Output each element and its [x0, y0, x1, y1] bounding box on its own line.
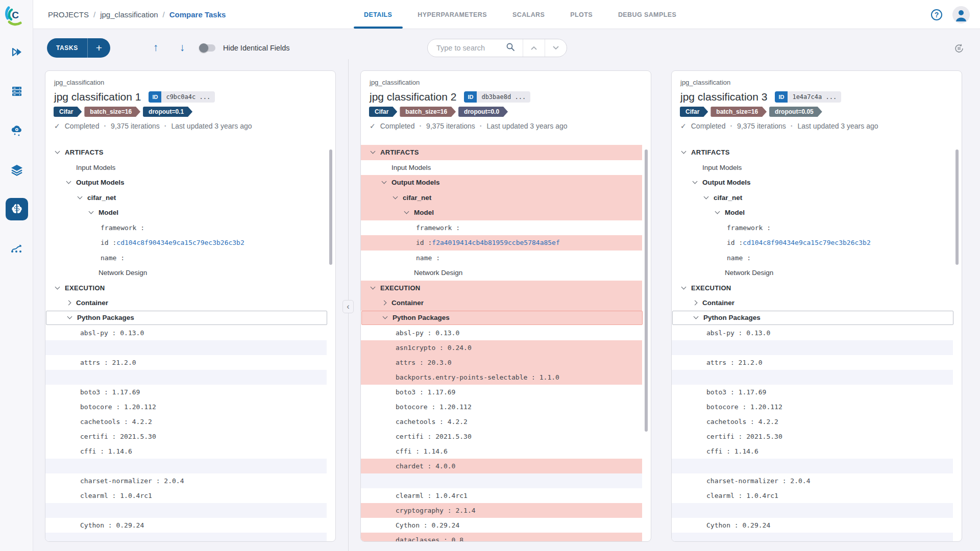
task-tag: dropout=0.0: [458, 107, 508, 117]
details-tree: ARTIFACTSInput ModelsOutput Modelscifar_…: [361, 145, 651, 325]
model-id-link[interactable]: cd104c8f90434e9ca15c79ec3b26c3b2: [743, 239, 870, 246]
next-diff-button[interactable]: ↓: [176, 41, 189, 55]
brain-icon: [10, 202, 24, 216]
tab-scalars[interactable]: SCALARS: [512, 11, 545, 18]
auto-refresh-button[interactable]: [953, 43, 965, 56]
sidebar-item-projects[interactable]: [6, 198, 28, 220]
tree-label: Input Models: [391, 164, 431, 171]
tree-row-output-models[interactable]: Output Models: [672, 175, 953, 190]
tree-row-output-models[interactable]: Output Models: [45, 175, 327, 190]
tree-row-output-models[interactable]: Output Models: [361, 175, 642, 190]
tab-hyperparameters[interactable]: HYPERPARAMETERS: [418, 11, 487, 18]
package-row: certifi : 2021.5.30: [672, 429, 953, 444]
dot-separator: ·: [419, 122, 422, 130]
scrollbar-thumb[interactable]: [329, 149, 332, 265]
id-badge-label: ID: [464, 91, 477, 103]
details-tree: ARTIFACTSInput ModelsOutput Modelscifar_…: [672, 145, 962, 325]
chevron-down-icon: [67, 182, 76, 183]
status-iterations: 9,375 iterations: [111, 122, 160, 130]
model-id-link[interactable]: f2a4019414cb4b81959ccbe5784a85ef: [432, 239, 559, 246]
task-project-label: jpg_classification: [370, 79, 651, 86]
tree-row-cifar_net[interactable]: cifar_net: [672, 190, 953, 206]
tree-row-model[interactable]: Model: [45, 205, 327, 220]
avatar[interactable]: [952, 6, 970, 23]
task-card: jpg_classificationjpg classification 2ID…: [360, 70, 651, 542]
python-packages-list: absl-py : 0.13.0attrs : 21.2.0boto3 : 1.…: [672, 325, 962, 542]
tree-row-execution[interactable]: EXECUTION: [45, 281, 327, 296]
package-row: clearml : 1.0.4rc1: [361, 488, 642, 503]
model-id-link[interactable]: cd104c8f90434e9ca15c79ec3b26c3b2: [116, 239, 244, 246]
breadcrumb-projects[interactable]: PROJECTS: [48, 10, 89, 19]
prev-diff-button[interactable]: ↑: [149, 41, 162, 55]
tab-debug-samples[interactable]: DEBUG SAMPLES: [618, 11, 676, 18]
tab-details[interactable]: DETAILS: [364, 11, 392, 18]
scrollbar-thumb[interactable]: [955, 149, 959, 265]
tree-row-artifacts[interactable]: ARTIFACTS: [45, 145, 327, 160]
breadcrumb-project[interactable]: jpg_classification: [100, 10, 158, 19]
tree-label: cifar_net: [403, 194, 431, 202]
tree-label: Model: [725, 209, 745, 216]
tree-label: Model: [99, 209, 118, 216]
sidebar-item-workers[interactable]: [6, 119, 28, 142]
tree-row-artifacts[interactable]: ARTIFACTS: [672, 145, 953, 160]
tree-row-python-packages[interactable]: Python Packages: [361, 311, 643, 325]
hide-identical-toggle[interactable]: [200, 44, 215, 52]
tree-field-id: id : cd104c8f90434e9ca15c79ec3b26c3b2: [45, 235, 327, 251]
tree-label: Network Design: [414, 269, 462, 277]
sidebar-item-datasets[interactable]: [6, 159, 28, 181]
tree-row-execution[interactable]: EXECUTION: [361, 281, 642, 296]
prev-match-button[interactable]: [523, 39, 545, 57]
tree-row-cifar_net[interactable]: cifar_net: [361, 190, 642, 206]
chevron-down-icon: [371, 152, 380, 153]
tree-row-container[interactable]: Container: [361, 295, 642, 311]
sidebar-item-queues[interactable]: [6, 80, 28, 103]
add-task-button[interactable]: +: [88, 38, 110, 58]
tab-plots[interactable]: PLOTS: [570, 11, 593, 18]
dot-separator: ·: [104, 122, 106, 130]
task-tag: batch_size=16: [400, 107, 456, 117]
tree-row-artifacts[interactable]: ARTIFACTS: [361, 145, 642, 160]
python-packages-list: absl-py : 0.13.0attrs : 21.2.0boto3 : 1.…: [45, 325, 335, 542]
help-icon[interactable]: ?: [931, 9, 942, 20]
task-id-badge[interactable]: IDc9bc0a4c ...: [149, 91, 215, 103]
panel-collapse-handle[interactable]: ‹: [342, 300, 354, 313]
next-match-button[interactable]: [545, 39, 567, 57]
tree-label: Network Design: [725, 269, 773, 277]
tree-row-cifar_net[interactable]: cifar_net: [45, 190, 327, 206]
package-row: absl-py : 0.13.0: [45, 325, 327, 340]
search-icon: [506, 42, 515, 54]
tree-row-python-packages[interactable]: Python Packages: [46, 311, 327, 325]
dot-separator: ·: [164, 122, 167, 130]
package-row: charset-normalizer : 2.0.4: [672, 473, 953, 488]
user-icon: [952, 6, 970, 23]
tree-label: Input Models: [76, 164, 115, 171]
tree-row-python-packages[interactable]: Python Packages: [672, 311, 953, 325]
tree-field-name: name :: [361, 251, 642, 266]
tree-row-model[interactable]: Model: [361, 205, 642, 220]
search-input[interactable]: [436, 44, 502, 52]
clearml-logo[interactable]: C: [4, 3, 27, 27]
tree-row-execution[interactable]: EXECUTION: [672, 281, 953, 296]
package-row-empty: [45, 370, 327, 385]
task-id-badge[interactable]: IDdb3bae8d ...: [464, 91, 530, 103]
sidebar-item-pipelines[interactable]: [6, 237, 28, 260]
tree-row-container[interactable]: Container: [45, 295, 327, 311]
tree-row-model[interactable]: Model: [672, 205, 953, 220]
task-project-label: jpg_classification: [54, 79, 335, 86]
status-state: Completed: [380, 122, 415, 130]
chevron-down-icon: [383, 317, 393, 318]
package-row: asn1crypto : 0.24.0: [361, 340, 642, 355]
task-id-badge[interactable]: ID1e4a7c4a ...: [775, 91, 841, 103]
tasks-button[interactable]: TASKS: [47, 38, 87, 58]
sidebar-item-dashboard[interactable]: [6, 41, 28, 63]
hide-identical-label: Hide Identical Fields: [223, 44, 290, 52]
tree-row-container[interactable]: Container: [672, 295, 953, 311]
package-row: absl-py : 0.13.0: [361, 325, 642, 340]
check-icon: ✓: [54, 122, 60, 130]
status-iterations: 9,375 iterations: [737, 122, 786, 130]
scrollbar-thumb[interactable]: [645, 149, 648, 432]
task-tag: batch_size=16: [710, 107, 767, 117]
package-row: certifi : 2021.5.30: [361, 429, 642, 444]
package-row-empty: [45, 503, 327, 518]
tree-row-input-models: Input Models: [361, 160, 642, 176]
